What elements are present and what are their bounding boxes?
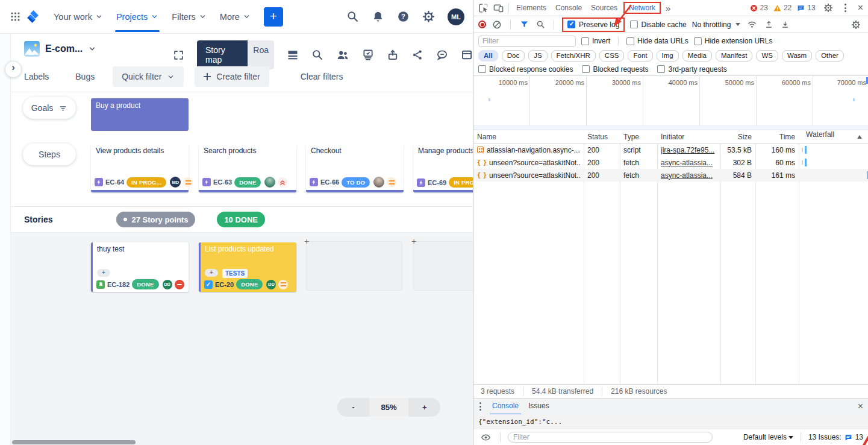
hide-extension-urls-control[interactable]: Hide extension URLs (694, 37, 773, 45)
record-icon[interactable] (478, 21, 486, 28)
story-card-selected[interactable]: List products updated TESTS EC-20 DONE D… (199, 242, 296, 292)
expand-sidebar-button[interactable] (5, 61, 22, 78)
type-pill-wasm[interactable]: Wasm (782, 50, 812, 62)
zoom-out-button[interactable]: - (337, 398, 369, 417)
type-pill-media[interactable]: Media (682, 50, 712, 62)
assignee-avatar[interactable]: DD (163, 280, 172, 289)
drawer-tab-issues[interactable]: Issues (526, 399, 552, 415)
network-conditions-icon[interactable] (746, 18, 758, 31)
share-icon[interactable] (411, 49, 423, 61)
column-header-name[interactable]: Name (473, 133, 584, 141)
assignee-avatar[interactable] (264, 177, 275, 188)
step-card[interactable]: Search products EC-63 DONE (199, 144, 296, 192)
assignee-avatar[interactable]: MD (170, 177, 181, 188)
monitor-check-icon[interactable] (362, 49, 374, 61)
create-issue-button[interactable] (264, 7, 283, 27)
column-header-type[interactable]: Type (620, 133, 657, 141)
export-har-icon[interactable] (779, 18, 790, 31)
disable-cache-control[interactable]: Disable cache (630, 21, 686, 29)
invert-checkbox[interactable] (581, 37, 589, 45)
quick-filter-button[interactable]: Quick filter (113, 66, 184, 87)
user-avatar[interactable]: ML (448, 8, 464, 25)
type-pill-ws[interactable]: WS (756, 50, 778, 62)
blocked-requests-checkbox[interactable] (582, 65, 590, 73)
console-filter-input[interactable] (508, 432, 713, 443)
view-toggle-story-map[interactable]: Story map (197, 40, 248, 69)
initiator-link[interactable]: jira-spa.72fe95... (661, 146, 717, 154)
project-name[interactable]: E-com... (45, 43, 83, 54)
step-card[interactable]: Checkout EC-66 TO DO (306, 144, 404, 192)
steps-row-pill[interactable]: Steps (23, 144, 76, 165)
rows-view-icon[interactable] (287, 49, 299, 61)
step-card[interactable]: View products details EC-64 IN PROG... M… (91, 144, 189, 192)
type-pill-other[interactable]: Other (816, 50, 844, 62)
chevron-down-icon[interactable] (88, 45, 96, 53)
filter-funnel-icon[interactable] (519, 18, 529, 31)
table-row[interactable]: atlassian-navigation.async-... 200 scrip… (473, 144, 868, 156)
card-layout-icon[interactable] (461, 49, 473, 61)
project-avatar[interactable] (24, 41, 40, 57)
goals-row-pill[interactable]: Goals (23, 97, 76, 119)
table-row[interactable]: unseen?source=atlaskitNot... 200 fetch a… (473, 156, 868, 169)
more-tabs-icon[interactable] (663, 3, 673, 13)
label-chip[interactable]: TESTS (222, 269, 248, 278)
search-icon[interactable] (346, 10, 359, 23)
type-pill-doc[interactable]: Doc (502, 50, 525, 62)
add-label-button[interactable] (97, 269, 110, 277)
step-card[interactable]: Manage products EC-69 IN PROG... (413, 144, 473, 192)
nav-more[interactable]: More (215, 7, 255, 27)
comment-icon[interactable] (436, 49, 448, 61)
table-row[interactable]: unseen?source=atlaskitNot... 200 fetch a… (473, 169, 868, 181)
goal-card[interactable]: Buy a product (91, 98, 189, 131)
labels-link[interactable]: Labels (24, 72, 49, 81)
console-message[interactable]: {"extension_id":"c... (473, 414, 868, 429)
network-filter-input[interactable] (478, 36, 576, 47)
settings-gear-icon[interactable] (422, 10, 435, 23)
story-card[interactable]: thuy test EC-182 DONE DD (91, 242, 189, 292)
network-settings-gear-icon[interactable] (849, 18, 863, 31)
issues-summary[interactable]: 13 Issues: 13 (808, 433, 863, 441)
messages-badge[interactable]: 13 (797, 4, 815, 12)
network-overview-timeline[interactable]: 10000 ms 20000 ms 30000 ms 40000 ms 5000… (473, 76, 868, 130)
column-header-size[interactable]: Size (720, 133, 755, 141)
type-pill-css[interactable]: CSS (599, 50, 625, 62)
hide-data-urls-checkbox[interactable] (626, 37, 634, 45)
warnings-badge[interactable]: 22 (773, 4, 792, 12)
hide-extension-urls-checkbox[interactable] (694, 37, 702, 45)
type-pill-img[interactable]: Img (657, 50, 679, 62)
export-icon[interactable] (387, 49, 399, 61)
board-search-icon[interactable] (311, 49, 323, 61)
initiator-link[interactable]: async-atlassia... (661, 171, 717, 180)
bugs-link[interactable]: Bugs (75, 72, 95, 81)
type-pill-font[interactable]: Font (628, 50, 652, 62)
column-header-time[interactable]: Time (755, 133, 799, 141)
initiator-link[interactable]: async-atlassia... (661, 159, 717, 167)
zoom-in-button[interactable]: + (408, 398, 440, 417)
more-options-icon[interactable] (841, 4, 850, 12)
assignee-avatar[interactable] (373, 177, 384, 188)
drawer-tab-console[interactable]: Console (490, 399, 521, 415)
errors-badge[interactable]: 23 (750, 4, 768, 12)
third-party-control[interactable]: 3rd-party requests (657, 65, 726, 74)
add-label-button[interactable] (205, 269, 218, 277)
tab-elements[interactable]: Elements (512, 1, 551, 14)
drawer-menu-icon[interactable] (476, 402, 485, 411)
throttling-dropdown[interactable]: No throttling (692, 21, 741, 29)
close-drawer-icon[interactable] (855, 401, 866, 412)
type-pill-manifest[interactable]: Manifest (716, 50, 752, 62)
import-har-icon[interactable] (763, 18, 774, 31)
type-pill-js[interactable]: JS (528, 50, 547, 62)
app-switcher-icon[interactable] (8, 10, 22, 24)
blocked-cookies-checkbox[interactable] (478, 65, 486, 73)
nav-your-work[interactable]: Your work (49, 7, 108, 27)
close-devtools-icon[interactable] (855, 2, 866, 13)
clear-filters-link[interactable]: Clear filters (301, 72, 343, 81)
tab-sources[interactable]: Sources (587, 1, 622, 14)
assignee-avatar[interactable]: DD (266, 280, 276, 289)
fullscreen-icon[interactable] (173, 49, 184, 61)
hide-data-urls-control[interactable]: Hide data URLs (626, 37, 688, 45)
column-header-status[interactable]: Status (584, 133, 620, 141)
clear-network-icon[interactable] (492, 18, 502, 31)
log-levels-dropdown[interactable]: Default levels (743, 433, 793, 441)
network-search-icon[interactable] (535, 18, 546, 31)
